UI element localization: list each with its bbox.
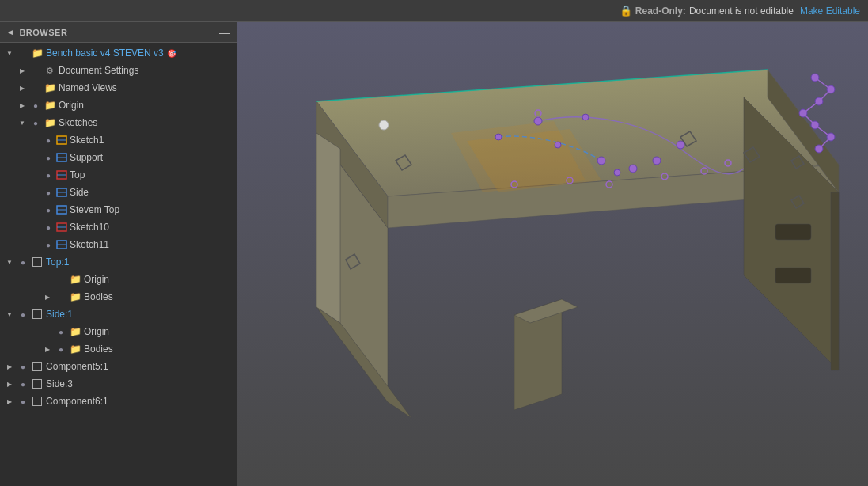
- sketch11-eye[interactable]: ●: [41, 238, 55, 251]
- browser-collapse-icon[interactable]: ◄: [6, 28, 14, 36]
- side1-bodies-label: Bodies: [82, 344, 113, 355]
- svg-point-43: [582, 114, 589, 120]
- top1-bodies-folder-icon: 📁: [68, 290, 82, 303]
- svg-rect-27: [775, 268, 811, 283]
- tree-item-top1-bodies[interactable]: ▶ 📁 Bodies: [0, 288, 237, 306]
- sketch10-eye[interactable]: ●: [41, 221, 55, 234]
- sketch1-eye[interactable]: ●: [41, 134, 55, 146]
- named-views-expand[interactable]: ▶: [16, 82, 28, 94]
- svg-point-62: [379, 120, 389, 130]
- component6-comp-sq: [32, 397, 42, 406]
- root-label: Bench basic v4 STEVEN v3: [44, 47, 164, 59]
- svg-point-42: [495, 134, 502, 140]
- browser-minimize-button[interactable]: —: [219, 26, 230, 39]
- svg-point-37: [534, 117, 542, 125]
- browser-header-left: ◄ BROWSER: [6, 28, 67, 37]
- sketches-expand[interactable]: ▼: [16, 116, 28, 129]
- doc-settings-label: Document Settings: [57, 65, 138, 76]
- stevem-top-eye[interactable]: ●: [41, 203, 55, 216]
- top1-bodies-label: Bodies: [82, 291, 113, 302]
- root-folder-icon: 📁: [30, 47, 44, 59]
- side1-component-icon: [30, 308, 44, 321]
- browser-title: BROWSER: [19, 28, 67, 37]
- readonly-badge: 🔒 Read-Only: Document is not editable: [620, 5, 794, 17]
- top1-comp-sq: [32, 257, 42, 267]
- side1-origin-eye[interactable]: ●: [54, 325, 68, 338]
- tree-item-root[interactable]: ▼ 📁 Bench basic v4 STEVEN v3 🎯: [0, 44, 237, 62]
- side1-origin-label: Origin: [82, 326, 109, 337]
- side1-origin-folder-icon: 📁: [68, 325, 82, 338]
- sketch1-icon: [55, 135, 68, 146]
- tree-item-sketch10[interactable]: ● Sketch10: [0, 218, 237, 236]
- sketch10-icon: [55, 222, 68, 233]
- side3-expand[interactable]: ▶: [3, 378, 16, 390]
- tree-item-origin-top[interactable]: ▶ ● 📁 Origin: [0, 97, 237, 114]
- tree-item-side1-origin[interactable]: ● 📁 Origin: [0, 323, 237, 340]
- top1-eye[interactable]: ●: [16, 256, 30, 268]
- sketches-eye[interactable]: ●: [28, 116, 43, 129]
- tree-container: ▼ 📁 Bench basic v4 STEVEN v3 🎯 ▶ ⚙ Docum…: [0, 43, 237, 486]
- top-sketch-icon: [55, 169, 68, 180]
- top-sketch-eye[interactable]: ●: [41, 169, 55, 181]
- tree-item-support[interactable]: ● Support: [0, 149, 237, 166]
- origin-top-label: Origin: [57, 100, 84, 111]
- tree-item-sketch1[interactable]: ● Sketch1: [0, 131, 237, 149]
- component5-label: Component5:1: [44, 361, 108, 372]
- component6-eye[interactable]: ●: [16, 395, 30, 408]
- origin-top-expand[interactable]: ▶: [16, 99, 28, 112]
- tree-item-named-views[interactable]: ▶ 📁 Named Views: [0, 79, 237, 97]
- side1-label: Side:1: [44, 309, 73, 320]
- top1-bodies-expand[interactable]: ▶: [41, 290, 54, 303]
- side1-comp-sq: [32, 309, 42, 319]
- doc-settings-gear-icon: ⚙: [43, 64, 57, 77]
- side1-bodies-expand[interactable]: ▶: [41, 343, 54, 355]
- tree-item-top-sketch[interactable]: ● Top: [0, 166, 237, 184]
- sketch11-label: Sketch11: [68, 239, 109, 250]
- lock-icon: 🔒: [620, 5, 632, 17]
- tree-item-top1[interactable]: ▼ ● Top:1: [0, 253, 237, 271]
- side-sketch-eye[interactable]: ●: [41, 186, 55, 199]
- tree-item-sketches[interactable]: ▼ ● 📁 Sketches: [0, 114, 237, 131]
- side3-label: Side:3: [44, 378, 73, 389]
- top1-origin-label: Origin: [82, 274, 109, 285]
- root-target-icon[interactable]: 🎯: [167, 49, 176, 58]
- top1-origin-folder-icon: 📁: [68, 273, 82, 286]
- main-layout: ◄ BROWSER — ▼ 📁 Bench basic v4 STEVEN v3…: [0, 22, 868, 486]
- stevem-top-label: Stevem Top: [68, 204, 119, 215]
- tree-item-doc-settings[interactable]: ▶ ⚙ Document Settings: [0, 62, 237, 79]
- tree-item-side-sketch[interactable]: ● Side: [0, 184, 237, 201]
- top1-expand[interactable]: ▼: [3, 256, 16, 268]
- side-sketch-label: Side: [68, 187, 89, 198]
- tree-item-component5[interactable]: ▶ ● Component5:1: [0, 358, 237, 375]
- top1-label: Top:1: [44, 256, 69, 268]
- tree-item-side3[interactable]: ▶ ● Side:3: [0, 375, 237, 393]
- svg-point-38: [597, 157, 605, 165]
- doc-settings-expand[interactable]: ▶: [16, 64, 28, 77]
- tree-item-top1-origin[interactable]: 📁 Origin: [0, 271, 237, 288]
- component6-label: Component6:1: [44, 396, 108, 407]
- side3-eye[interactable]: ●: [16, 378, 30, 390]
- tree-item-side1[interactable]: ▼ ● Side:1: [0, 306, 237, 323]
- side-sketch-icon: [55, 187, 68, 198]
- component5-expand[interactable]: ▶: [3, 360, 16, 373]
- 3d-viewport[interactable]: [237, 22, 868, 486]
- origin-top-eye[interactable]: ●: [28, 99, 43, 112]
- side1-expand[interactable]: ▼: [3, 308, 16, 321]
- tree-item-sketch11[interactable]: ● Sketch11: [0, 236, 237, 253]
- tree-item-side1-bodies[interactable]: ▶ ● 📁 Bodies: [0, 340, 237, 358]
- component6-expand[interactable]: ▶: [3, 395, 16, 408]
- side1-bodies-eye[interactable]: ●: [54, 343, 68, 355]
- top1-component-icon: [30, 256, 44, 268]
- tree-item-component6[interactable]: ▶ ● Component6:1: [0, 393, 237, 410]
- component5-eye[interactable]: ●: [16, 360, 30, 373]
- component5-component-icon: [30, 360, 44, 373]
- origin-top-folder-icon: 📁: [43, 99, 57, 112]
- make-editable-button[interactable]: Make Editable: [800, 6, 860, 17]
- svg-point-40: [653, 157, 661, 165]
- svg-point-41: [677, 141, 684, 149]
- side1-eye[interactable]: ●: [16, 308, 30, 321]
- root-expand-button[interactable]: ▼: [3, 47, 16, 59]
- support-eye[interactable]: ●: [41, 151, 55, 164]
- tree-item-stevem-top[interactable]: ● Stevem Top: [0, 201, 237, 218]
- top-sketch-label: Top: [68, 169, 85, 180]
